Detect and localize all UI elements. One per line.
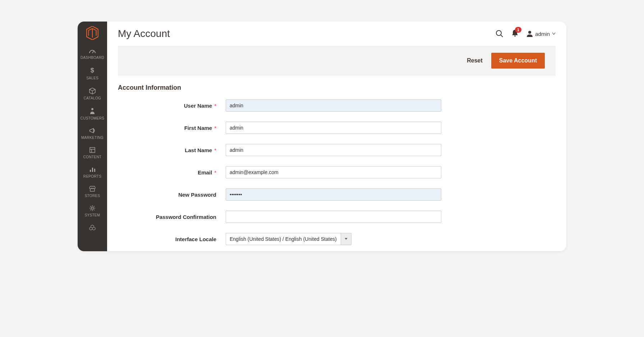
sidebar-item-label: SALES (86, 76, 98, 80)
sidebar-item-label: CATALOG (84, 96, 101, 100)
sidebar-item-label: CONTENT (83, 155, 101, 159)
sidebar-item-label: CUSTOMERS (80, 116, 104, 120)
label-username: User Name* (118, 103, 226, 109)
account-info-section: Account Information User Name* First Nam… (107, 75, 566, 251)
label-email: Email* (118, 169, 226, 175)
sidebar-item-marketing[interactable]: MARKETING (78, 124, 107, 143)
gauge-icon (89, 48, 96, 54)
sidebar-item-dashboard[interactable]: DASHBOARD (78, 45, 107, 63)
sidebar-item-system[interactable]: SYSTEM (78, 201, 107, 221)
label-locale: Interface Locale (118, 236, 226, 242)
svg-rect-7 (94, 169, 95, 172)
required-star: * (214, 147, 216, 153)
username-label: admin (535, 31, 550, 37)
svg-rect-5 (90, 170, 91, 172)
sidebar-item-label: REPORTS (83, 174, 101, 178)
label-firstname: First Name* (118, 125, 226, 131)
gear-icon (89, 205, 96, 211)
required-star: * (214, 103, 216, 109)
user-menu[interactable]: admin (526, 31, 556, 37)
notifications-button[interactable]: 1 (511, 29, 519, 38)
dropdown-arrow-icon[interactable] (341, 233, 351, 245)
sidebar-item-stores[interactable]: STORES (78, 182, 107, 201)
magento-logo[interactable] (78, 22, 107, 45)
required-star: * (214, 169, 216, 175)
email-input[interactable] (226, 166, 441, 178)
megaphone-icon (89, 127, 96, 134)
admin-window: DASHBOARD $ SALES CATALOG CUSTOMERS MARK… (78, 22, 566, 251)
svg-point-8 (91, 207, 93, 209)
passwordconfirm-input[interactable] (226, 211, 441, 223)
blocks-icon (89, 224, 96, 231)
sidebar-item-label: SYSTEM (85, 213, 100, 217)
label-lastname: Last Name* (118, 147, 226, 153)
svg-point-9 (496, 31, 501, 36)
sidebar-item-content[interactable]: CONTENT (78, 143, 107, 163)
search-icon[interactable] (496, 30, 503, 38)
newpassword-input[interactable] (226, 188, 441, 201)
dollar-icon: $ (91, 67, 94, 74)
lastname-input[interactable] (226, 144, 441, 156)
svg-line-0 (92, 51, 94, 53)
svg-line-10 (501, 35, 503, 37)
firstname-input[interactable] (226, 122, 441, 134)
row-firstname: First Name* (118, 122, 556, 134)
box-icon (89, 87, 96, 94)
sidebar-item-customers[interactable]: CUSTOMERS (78, 104, 107, 124)
topbar: My Account 1 admin (107, 22, 566, 46)
user-icon (526, 31, 533, 37)
reset-button[interactable]: Reset (467, 57, 483, 64)
sidebar: DASHBOARD $ SALES CATALOG CUSTOMERS MARK… (78, 22, 107, 251)
row-locale: Interface Locale English (United States)… (118, 233, 556, 245)
username-input[interactable] (226, 99, 441, 112)
sidebar-item-catalog[interactable]: CATALOG (78, 84, 107, 104)
row-passwordconfirm: Password Confirmation (118, 211, 556, 223)
locale-select[interactable]: English (United States) / English (Unite… (226, 233, 341, 245)
svg-point-1 (91, 108, 93, 110)
row-email: Email* (118, 166, 556, 178)
main-content: My Account 1 admin (107, 22, 566, 251)
label-newpassword: New Password (118, 192, 226, 198)
storefront-icon (89, 186, 96, 192)
sidebar-item-extensions[interactable] (78, 221, 107, 234)
page-title: My Account (118, 28, 170, 39)
chevron-down-icon (552, 32, 556, 35)
row-newpassword: New Password (118, 188, 556, 201)
sidebar-item-sales[interactable]: $ SALES (78, 63, 107, 84)
sidebar-item-label: STORES (85, 194, 100, 198)
top-actions: 1 admin (496, 29, 556, 38)
save-account-button[interactable]: Save Account (491, 53, 545, 69)
required-star: * (214, 125, 216, 131)
action-bar: Reset Save Account (118, 46, 556, 75)
sidebar-item-reports[interactable]: REPORTS (78, 163, 107, 182)
bars-icon (89, 166, 96, 173)
row-lastname: Last Name* (118, 144, 556, 156)
sidebar-item-label: DASHBOARD (80, 56, 104, 60)
label-passwordconfirm: Password Confirmation (118, 214, 226, 220)
sidebar-item-label: MARKETING (81, 136, 104, 140)
svg-rect-2 (90, 148, 95, 153)
person-icon (89, 107, 95, 114)
notification-badge: 1 (515, 27, 521, 33)
svg-point-11 (528, 31, 531, 34)
svg-rect-6 (92, 168, 93, 172)
layout-icon (89, 147, 96, 153)
row-username: User Name* (118, 99, 556, 112)
section-title: Account Information (118, 84, 556, 92)
